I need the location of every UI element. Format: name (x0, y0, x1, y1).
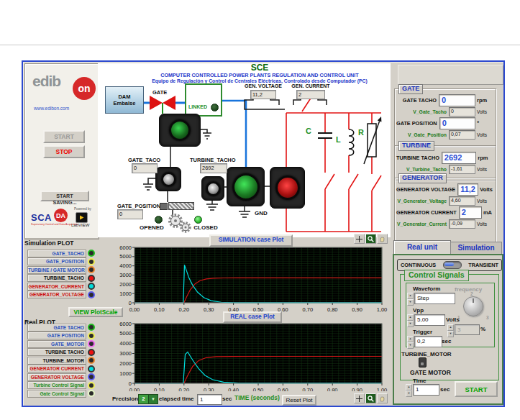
turbine-tacho-row: TURBINE TACHO 2692 rpm (396, 152, 493, 164)
legend-label: TURBINE / GATE MOTOR (27, 266, 86, 274)
legend-color-swatch[interactable] (88, 349, 95, 356)
duty-stepper[interactable]: ▲ ▼ (447, 324, 454, 337)
dam-reservoir: DAM Embalse (105, 86, 144, 114)
top-right-panel (398, 65, 503, 85)
real-plot[interactable]: 0,000,100,200,300,400,500,600,700,800,90… (115, 319, 388, 391)
elapsed-time-label: elapsed time (159, 396, 193, 402)
page: edib on www.edibon.com START STOP START … (0, 0, 520, 420)
reset-plot-button[interactable]: Reset Plot (282, 395, 316, 406)
stop-button[interactable]: STOP (43, 145, 85, 158)
legend-color-swatch[interactable] (88, 373, 95, 380)
turbine-motor-toggle[interactable] (419, 357, 427, 368)
svg-text:5000: 5000 (119, 253, 132, 260)
gate-rack-icon (168, 202, 194, 210)
legend-label: GATE POSITION (27, 332, 86, 339)
stepper-up-icon[interactable]: ▲ (407, 336, 414, 342)
edibon-logo: edib on (32, 73, 93, 99)
waveform-stepper[interactable]: ▲ ▼ (407, 293, 414, 306)
pan-tool-button[interactable] (377, 393, 388, 403)
legend-color-swatch[interactable] (88, 357, 95, 364)
stepper-down-icon[interactable]: ▼ (407, 321, 414, 327)
svg-text:0,20: 0,20 (178, 387, 189, 391)
stepper-down-icon[interactable]: ▼ (406, 391, 412, 397)
legend-item[interactable]: GATE TACHO (27, 324, 95, 331)
legend-color-swatch[interactable] (88, 365, 95, 373)
trigger-stepper[interactable]: ▲ ▼ (407, 336, 414, 349)
stepper-up-icon[interactable]: ▲ (407, 314, 414, 321)
start-saving-button[interactable]: START SAVING... (40, 191, 89, 201)
legend-color-swatch[interactable] (88, 291, 95, 298)
legend-color-swatch[interactable] (88, 266, 95, 273)
stepper-down-icon[interactable]: ▼ (407, 299, 414, 306)
legend-item[interactable]: GENERATOR VOLTAGE (27, 373, 95, 380)
legend-item[interactable]: TURBINE_TACHO (27, 275, 95, 282)
legend-color-swatch[interactable] (88, 275, 95, 282)
time-field[interactable]: 1 (413, 384, 439, 396)
simulation-plot[interactable]: 0,000,100,200,300,400,500,600,700,800,90… (115, 243, 388, 312)
stepper-up-icon[interactable]: ▲ (406, 384, 412, 391)
svg-text:0,30: 0,30 (204, 306, 214, 312)
legend-label: GATE_TACHO (27, 250, 86, 257)
legend-item[interactable]: Gate Control Signal (27, 390, 95, 397)
legend-label: GATE_POSITION (27, 257, 86, 265)
vpp-field[interactable]: 5,00 (414, 314, 445, 326)
legend-color-swatch[interactable] (88, 340, 95, 347)
legend-color-swatch[interactable] (88, 332, 95, 339)
elapsed-time-indicator: 1 (197, 394, 222, 405)
precision-dropdown-arrow-icon[interactable]: ▼ (149, 394, 158, 404)
svg-text:0,50: 0,50 (253, 387, 264, 391)
closed-label: CLOSED (190, 224, 222, 231)
legend-label: TURBINE_MOTOR (27, 357, 86, 365)
legend-color-swatch[interactable] (88, 390, 95, 397)
legend-color-swatch[interactable] (88, 382, 95, 389)
pan-tool-button[interactable] (377, 234, 388, 244)
continuous-transient-toggle[interactable] (443, 261, 462, 269)
powered-by-label: Powered by (74, 207, 91, 211)
legend-item[interactable]: GATE_MOTOR (27, 340, 95, 347)
legend-item[interactable]: TURBINE_MOTOR (27, 357, 95, 364)
crosshair-tool-button[interactable] (354, 393, 365, 403)
vpp-stepper[interactable]: ▲ ▼ (407, 314, 414, 327)
tab-simulation[interactable]: Simulation (450, 242, 502, 255)
stepper-down-icon[interactable]: ▼ (407, 342, 414, 349)
legend-item[interactable]: GENERATOR_CURRENT (27, 283, 95, 290)
simulation-plot-section-label: Simulation PLOT (24, 239, 73, 247)
legend-color-swatch[interactable] (88, 324, 95, 331)
start-button[interactable]: START (43, 130, 85, 143)
linked-switch-box[interactable]: LINKED (185, 83, 222, 117)
zoom-tool-button[interactable] (365, 234, 376, 244)
frequency-knob[interactable] (463, 296, 483, 316)
edibon-website-link[interactable]: www.edibon.com (34, 106, 69, 111)
stepper-down-icon[interactable]: ▼ (447, 331, 454, 337)
legend-item[interactable]: GATE_TACHO (27, 250, 95, 257)
svg-text:0,10: 0,10 (154, 387, 165, 391)
legend-color-swatch[interactable] (88, 258, 95, 265)
legend-item[interactable]: Turbine Control Signal (27, 382, 95, 389)
svg-text:0,00: 0,00 (129, 306, 140, 312)
precision-dropdown[interactable]: 2 ▼ (138, 394, 158, 404)
linked-label: LINKED (188, 104, 207, 109)
tab-real-unit[interactable]: Real unit (393, 240, 451, 255)
legend-label: GATE_MOTOR (27, 340, 86, 348)
legend-color-swatch[interactable] (88, 283, 95, 290)
stepper-up-icon[interactable]: ▲ (447, 324, 454, 331)
legend-item[interactable]: GATE POSITION (27, 332, 95, 339)
continuous-label: CONTINUOUS (401, 262, 436, 268)
stepper-up-icon[interactable]: ▲ (407, 293, 414, 299)
motor-start-button[interactable]: START (455, 381, 498, 397)
legend-label: TURBINE TACHO (27, 348, 86, 356)
trigger-field[interactable]: 0,2 (414, 336, 442, 347)
legend-item[interactable]: GATE_POSITION (27, 258, 95, 265)
zoom-tool-button[interactable] (365, 393, 376, 403)
legend-item[interactable]: GENERATOR_VOLTAGE (27, 291, 95, 298)
legend-item[interactable]: TURBINE / GATE MOTOR (27, 266, 95, 273)
crosshair-tool-button[interactable] (354, 234, 365, 244)
legend-color-swatch[interactable] (88, 250, 95, 257)
legend-item[interactable]: GENERATOR CURRENT (27, 365, 95, 373)
legend-item[interactable]: TURBINE TACHO (27, 349, 95, 356)
time-stepper[interactable]: ▲ ▼ (406, 384, 412, 397)
v-gate-tacho-row: V_Gate_Tacho 0 Volts (396, 107, 493, 117)
waveform-field[interactable]: Step (414, 293, 455, 304)
v-generator-voltage-indicator: 4,60 (449, 196, 475, 206)
duty-field[interactable]: 3 (455, 324, 480, 335)
